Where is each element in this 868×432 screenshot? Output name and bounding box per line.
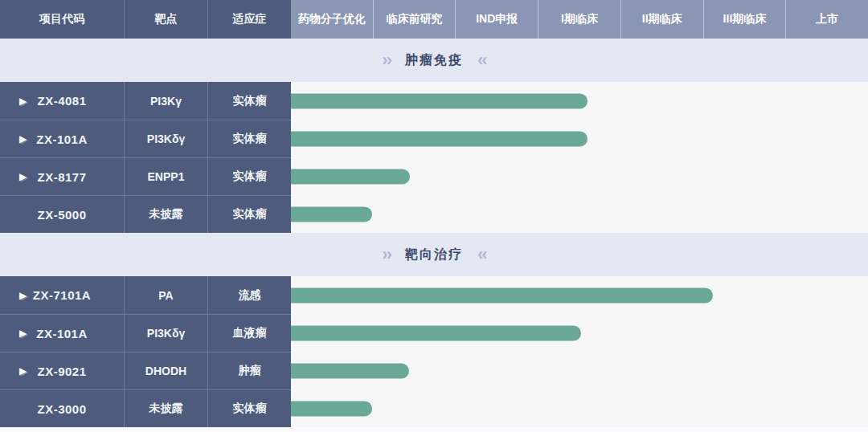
project-code: ZX-5000 (37, 208, 86, 222)
progress-bar (291, 131, 588, 146)
pipeline-header: 项目代码 靶点 适应症 药物分子优化 临床前研究 IND申报 I期临床 II期临… (0, 0, 868, 39)
play-icon[interactable]: ▶ (19, 172, 27, 181)
pipeline-row: ▶ ZX-7101A PA 流感 (0, 276, 868, 314)
pipeline-chart: 项目代码 靶点 适应症 药物分子优化 临床前研究 IND申报 I期临床 II期临… (0, 0, 868, 432)
progress-track (291, 314, 868, 352)
project-code-cell: ▶ ZX-9021 (0, 353, 125, 389)
header-project-code: 项目代码 (0, 0, 125, 39)
target-cell: 未披露 (125, 196, 208, 233)
progress-bar (291, 93, 588, 108)
project-code: ZX-101A (36, 327, 88, 340)
progress-bar (291, 363, 409, 378)
target-cell: ENPP1 (125, 158, 208, 195)
target-cell: DHODH (125, 353, 208, 389)
indication-cell: 血液瘤 (208, 315, 291, 352)
section-band-targeted-therapy: ›› 靶向治疗 ‹‹ (0, 233, 868, 276)
target-cell: PA (125, 276, 208, 314)
indication-cell: 肿瘤 (208, 353, 291, 389)
progress-bar (291, 287, 713, 303)
progress-track (291, 82, 868, 120)
section-title: 肿瘤免疫 (405, 52, 463, 69)
target-cell: PI3Kγ (125, 82, 208, 120)
indication-cell: 实体瘤 (208, 120, 291, 157)
play-icon[interactable]: ▶ (19, 366, 27, 376)
project-code: ZX-9021 (37, 365, 86, 378)
stage-header-phase2: II期临床 (621, 0, 704, 39)
project-code-cell: ▶ ZX-101A (0, 120, 125, 157)
play-icon[interactable]: ▶ (19, 328, 27, 338)
progress-track (291, 389, 868, 427)
play-icon[interactable]: ▶ (19, 96, 27, 106)
project-code: ZX-4081 (37, 94, 86, 108)
chevron-left-icon: ‹‹ (477, 51, 486, 69)
project-code: ZX-8177 (37, 170, 86, 184)
stage-header-phase3: III期临床 (704, 0, 787, 39)
indication-cell: 实体瘤 (208, 390, 291, 427)
header-indication: 适应症 (208, 0, 291, 39)
chevron-left-icon: ‹‹ (477, 246, 486, 263)
target-cell: PI3Kδγ (125, 315, 208, 352)
progress-track (291, 157, 868, 195)
progress-bar (291, 169, 410, 184)
indication-cell: 实体瘤 (208, 196, 291, 233)
project-code-cell: ZX-3000 (0, 390, 125, 427)
project-code-cell: ▶ ZX-8177 (0, 158, 125, 195)
project-code-cell: ▶ ZX-4081 (0, 82, 125, 120)
stage-header-preclinical: 临床前研究 (374, 0, 457, 39)
chevron-right-icon: ›› (382, 51, 391, 69)
project-code: ZX-3000 (37, 402, 86, 416)
pipeline-row: ▶ ZX-4081 PI3Kγ 实体瘤 (0, 82, 868, 120)
progress-track (291, 276, 868, 314)
header-target: 靶点 (125, 0, 208, 39)
pipeline-row: ▶ ZX-8177 ENPP1 实体瘤 (0, 157, 868, 195)
indication-cell: 流感 (208, 276, 291, 314)
section-band-tumor-immunity: ›› 肿瘤免疫 ‹‹ (0, 39, 868, 82)
stage-header-molecule-optimization: 药物分子优化 (291, 0, 374, 39)
progress-bar (291, 401, 372, 416)
pipeline-row: ZX-3000 未披露 实体瘤 (0, 389, 868, 427)
project-code-cell: ▶ ZX-101A (0, 315, 125, 352)
pipeline-row: ZX-5000 未披露 实体瘤 (0, 195, 868, 233)
chevron-right-icon: ›› (382, 246, 391, 263)
pipeline-row: ▶ ZX-101A PI3Kδγ 血液瘤 (0, 314, 868, 352)
page-background-strip (0, 427, 868, 432)
project-code: ZX-7101A (33, 288, 91, 302)
play-icon[interactable]: ▶ (19, 291, 27, 300)
play-icon[interactable]: ▶ (19, 134, 27, 144)
pipeline-row: ▶ ZX-9021 DHODH 肿瘤 (0, 352, 868, 389)
project-code-cell: ZX-5000 (0, 196, 125, 233)
stage-header-ind: IND申报 (456, 0, 538, 39)
section-title: 靶向治疗 (405, 247, 463, 263)
target-cell: PI3Kδγ (125, 120, 208, 157)
indication-cell: 实体瘤 (208, 82, 291, 120)
progress-track (291, 120, 868, 157)
indication-cell: 实体瘤 (208, 158, 291, 195)
project-code-cell: ▶ ZX-7101A (0, 276, 125, 314)
pipeline-row: ▶ ZX-101A PI3Kδγ 实体瘤 (0, 120, 868, 157)
header-label-columns: 项目代码 靶点 适应症 (0, 0, 291, 39)
progress-bar (291, 206, 372, 222)
header-stage-columns: 药物分子优化 临床前研究 IND申报 I期临床 II期临床 III期临床 上市 (291, 0, 868, 39)
stage-header-phase1: I期临床 (538, 0, 621, 39)
target-cell: 未披露 (125, 390, 208, 427)
progress-track (291, 195, 868, 233)
project-code: ZX-101A (36, 132, 88, 146)
progress-track (291, 352, 868, 389)
progress-bar (291, 325, 581, 340)
stage-header-market: 上市 (786, 0, 868, 39)
